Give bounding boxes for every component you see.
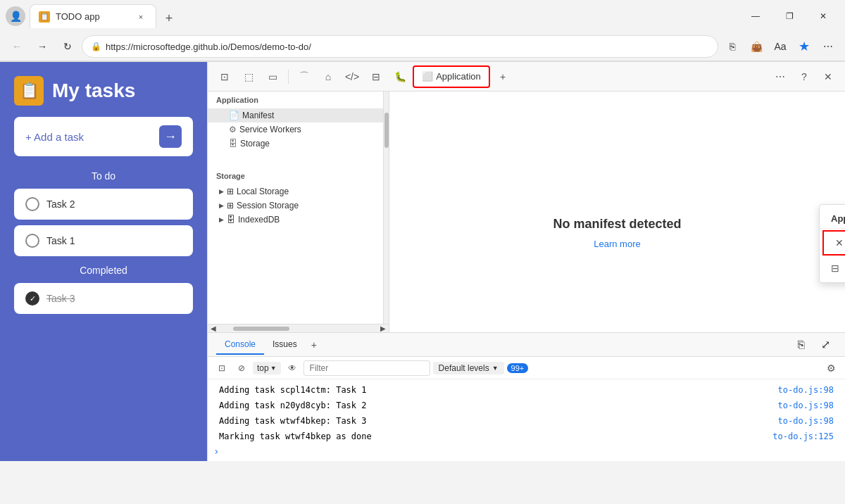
device-toggle-button[interactable]: ⊡ — [213, 65, 236, 88]
minimize-button[interactable]: — — [739, 5, 772, 27]
collections-icon[interactable]: 👜 — [745, 35, 768, 58]
add-tool-button[interactable]: + — [492, 65, 514, 88]
console-link-3[interactable]: to-do.js:98 — [778, 415, 834, 427]
move-icon: ⊟ — [831, 263, 839, 274]
issues-tool-button[interactable]: 🐛 — [389, 65, 411, 88]
task-circle-task3[interactable]: ✓ — [25, 291, 39, 305]
read-aloud-icon[interactable]: Aa — [769, 35, 791, 58]
completed-section-title: Completed — [14, 265, 193, 276]
console-text-3: Adding task wtwf4bkep: Task 3 — [219, 415, 367, 427]
console-text-2: Adding task n20yd8cyb: Task 2 — [219, 399, 367, 412]
add-console-tab-button[interactable]: + — [306, 336, 323, 353]
learn-more-link[interactable]: Learn more — [594, 239, 640, 249]
console-link-1[interactable]: to-do.js:98 — [778, 384, 834, 396]
console-text-1: Adding task scpl14ctm: Task 1 — [219, 384, 367, 396]
console-panel: Console Issues + ⎘ ⤢ ⊡ ⊘ top ▼ 👁 Default — [208, 332, 845, 461]
scrollbar-thumb — [233, 327, 289, 331]
console-line-1: Adding task scpl14ctm: Task 1 to-do.js:9… — [208, 382, 845, 398]
tree-item-service-workers[interactable]: ⚙ Service Workers — [208, 122, 389, 137]
session-storage-label: Session Storage — [237, 201, 299, 210]
main-content: 📋 My tasks + Add a task → To do Task 2 T… — [0, 61, 845, 461]
local-storage-arrow: ▶ — [219, 188, 224, 195]
console-split-button[interactable]: ⎘ — [790, 334, 813, 356]
network-tool-button[interactable]: ⊟ — [365, 65, 387, 88]
back-button[interactable]: ← — [6, 35, 28, 58]
maximize-button[interactable]: ❐ — [773, 5, 806, 27]
tree-item-session-storage[interactable]: ▶ ⊞ Session Storage — [208, 199, 389, 213]
tree-item-local-storage[interactable]: ▶ ⊞ Local Storage — [208, 184, 389, 199]
webapp-title: My tasks — [52, 80, 135, 102]
indexeddb-label: IndexedDB — [238, 215, 280, 225]
manifest-label: Manifest — [242, 111, 380, 120]
application-tree-header: Application — [208, 92, 389, 108]
sources-tool-button[interactable]: </> — [341, 65, 363, 88]
console-link-4[interactable]: to-do.js:125 — [772, 430, 834, 443]
tree-item-indexeddb[interactable]: ▶ 🗄 IndexedDB — [208, 213, 389, 227]
add-task-bar[interactable]: + Add a task → — [14, 117, 193, 156]
console-tabs: Console Issues + ⎘ ⤢ — [208, 333, 845, 357]
tree-vscrollbar[interactable] — [383, 92, 389, 324]
top-selector[interactable]: top ▼ — [253, 362, 281, 374]
scroll-right-btn[interactable]: ▶ — [380, 325, 386, 332]
add-task-submit-button[interactable]: → — [159, 125, 182, 148]
tree-item-storage[interactable]: 🗄 Storage — [208, 137, 389, 151]
console-output: Adding task scpl14ctm: Task 1 to-do.js:9… — [208, 379, 845, 461]
devtools-close-button[interactable]: ✕ — [817, 65, 839, 88]
new-tab-button[interactable]: + — [159, 8, 179, 28]
webapp-body: + Add a task → To do Task 2 Task 1 Compl… — [0, 117, 207, 334]
scroll-left-btn[interactable]: ◀ — [211, 325, 216, 332]
task-label-task3: Task 3 — [46, 293, 75, 304]
nav-bar: ← → ↻ 🔒 https://microsoftedge.github.io/… — [0, 32, 845, 61]
level-selector[interactable]: Default levels ▼ — [433, 362, 504, 374]
browser-menu-icon[interactable]: ⋯ — [817, 35, 839, 58]
forward-button[interactable]: → — [31, 35, 54, 58]
toggle-panel-button[interactable]: ▭ — [261, 65, 284, 88]
console-filter-button[interactable]: ⊘ — [233, 360, 250, 377]
application-tool-button[interactable]: ⬜ Application — [413, 65, 490, 88]
console-prompt[interactable]: › — [208, 444, 845, 458]
level-label: Default levels — [439, 363, 489, 373]
split-screen-icon[interactable]: ⎘ — [721, 35, 744, 58]
console-clear-button[interactable]: ⊡ — [213, 360, 230, 377]
tab-close-button[interactable]: × — [134, 11, 147, 23]
console-settings-button[interactable]: ⚙ — [822, 360, 839, 377]
devtools-more-button[interactable]: ⋯ — [769, 65, 791, 88]
favorites-icon[interactable]: ★ — [793, 35, 815, 58]
remove-icon: ✕ — [835, 237, 844, 248]
task-circle-task2[interactable] — [25, 197, 39, 211]
console-tab[interactable]: Console — [216, 335, 264, 355]
console-line-2: Adding task n20yd8cyb: Task 2 to-do.js:9… — [208, 398, 845, 413]
toolbar-separator — [288, 70, 289, 84]
task-item-task2: Task 2 — [14, 189, 193, 220]
tab-strip: 📋 TODO app × + — [30, 4, 735, 28]
inspect-element-button[interactable]: ⬚ — [237, 65, 260, 88]
address-bar[interactable]: 🔒 https://microsoftedge.github.io/Demos/… — [82, 35, 718, 58]
console-filter-input[interactable] — [303, 360, 430, 376]
console-text-4: Marking task wtwf4bkep as done — [219, 430, 372, 443]
close-button[interactable]: ✕ — [807, 5, 839, 27]
context-menu-item-move[interactable]: ⊟ Move to bottom Quick View — [820, 257, 845, 279]
devtools-main: Application 📄 Manifest ⚙ Service Workers… — [208, 92, 845, 332]
application-label: Application — [436, 71, 481, 82]
browser-chrome: 👤 📋 TODO app × + — ❐ ✕ ← → ↻ 🔒 https://m… — [0, 0, 845, 61]
console-eye-button[interactable]: 👁 — [284, 360, 301, 377]
console-expand-button[interactable]: ⤢ — [814, 334, 837, 356]
error-badge: 99+ — [507, 363, 529, 373]
task-circle-task1[interactable] — [25, 234, 39, 248]
devtools-help-button[interactable]: ? — [793, 65, 815, 88]
tree-panel: Application 📄 Manifest ⚙ Service Workers… — [208, 92, 389, 332]
context-menu-item-remove[interactable]: ✕ Remove from Activity Bar — [822, 230, 845, 256]
content-panel: No manifest detected Learn more Applicat… — [389, 92, 845, 332]
webapp-panel: 📋 My tasks + Add a task → To do Task 2 T… — [0, 62, 208, 461]
local-storage-label: Local Storage — [237, 187, 289, 196]
wifi-tool-button[interactable]: ⌒ — [293, 65, 315, 88]
avatar: 👤 — [6, 6, 25, 26]
task-item-task3: ✓ Task 3 — [14, 283, 193, 314]
issues-tab[interactable]: Issues — [264, 335, 306, 355]
refresh-button[interactable]: ↻ — [56, 35, 79, 58]
tree-hscrollbar[interactable]: ◀ ▶ — [208, 324, 389, 332]
active-tab[interactable]: 📋 TODO app × — [30, 4, 156, 28]
home-tool-button[interactable]: ⌂ — [317, 65, 339, 88]
console-link-2[interactable]: to-do.js:98 — [778, 399, 834, 412]
tree-item-manifest[interactable]: 📄 Manifest — [208, 108, 389, 122]
